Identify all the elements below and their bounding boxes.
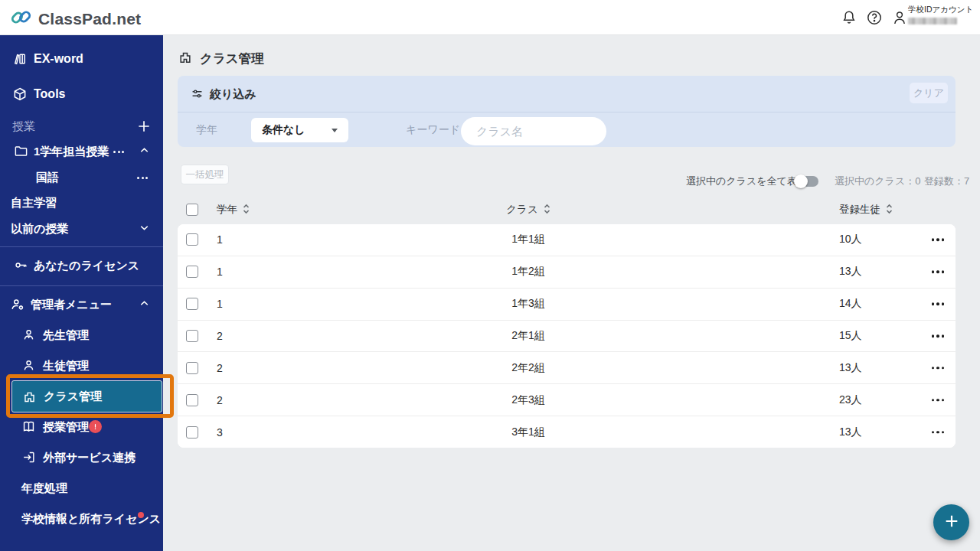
user-icon[interactable] <box>890 8 909 27</box>
sidebar-item-ex-word[interactable]: EX-word <box>0 46 163 72</box>
table-row[interactable]: 2 2年2組 13人 <box>178 352 956 384</box>
student-icon <box>21 358 36 376</box>
sort-icon[interactable] <box>243 204 250 217</box>
sidebar-item-label: あなたのライセンス <box>34 253 139 279</box>
sidebar-divider <box>0 246 163 247</box>
filter-panel: 絞り込み クリア 学年 条件なし キーワード <box>178 76 956 147</box>
classpad-logo[interactable]: ClassPad.net <box>11 7 141 31</box>
row-kebab-menu-icon[interactable] <box>924 367 952 370</box>
row-checkbox[interactable] <box>186 394 198 406</box>
row-kebab-menu-icon[interactable] <box>924 239 952 242</box>
logo-text: ClassPad.net <box>38 10 141 28</box>
sidebar-item-tools[interactable]: Tools <box>0 81 163 107</box>
folder-icon <box>14 144 28 161</box>
filter-sliders-icon <box>190 86 204 104</box>
sidebar-item-year-processing[interactable]: 年度処理 <box>0 475 163 501</box>
cell-students: 15人 <box>839 329 862 343</box>
sidebar-item-label: クラス管理 <box>44 381 102 412</box>
show-selected-toggle[interactable] <box>796 176 818 187</box>
filter-title: 絞り込み <box>210 76 256 112</box>
cell-class: 1年1組 <box>287 233 769 246</box>
row-checkbox[interactable] <box>186 266 198 278</box>
sidebar-item-class-mgmt-selected[interactable]: クラス管理 <box>11 380 162 412</box>
sidebar-item-teacher-mgmt[interactable]: 先生管理 <box>0 322 163 348</box>
sidebar-item-kokugo[interactable]: 国語 <box>0 165 163 191</box>
cell-grade: 2 <box>217 330 223 342</box>
table-header-students[interactable]: 登録生徒 <box>839 197 893 222</box>
row-checkbox[interactable] <box>186 362 198 374</box>
sidebar-item-label: 1学年担当授業 <box>34 139 109 165</box>
select-all-checkbox[interactable] <box>186 204 198 216</box>
class-building-icon <box>178 50 193 68</box>
chevron-down-icon[interactable] <box>138 221 151 237</box>
cell-grade: 1 <box>217 298 223 310</box>
grade-filter-dropdown[interactable]: 条件なし <box>251 118 348 142</box>
account-info[interactable]: 学校IDアカウント <box>908 5 974 24</box>
folder-kebab-menu-icon[interactable] <box>113 144 124 159</box>
sidebar-item-lesson-mgmt[interactable]: 授業管理 <box>0 414 163 440</box>
chevron-up-icon[interactable] <box>138 144 151 160</box>
row-kebab-menu-icon[interactable] <box>924 302 952 305</box>
sidebar-item-external-services[interactable]: 外部サービス連携 <box>0 445 163 471</box>
table-row[interactable]: 2 2年3組 23人 <box>178 384 956 416</box>
notifications-bell-icon[interactable] <box>840 8 858 27</box>
sidebar-item-grade1-folder[interactable]: 1学年担当授業 <box>0 139 163 165</box>
table-row[interactable]: 2 2年1組 15人 <box>178 321 956 353</box>
table-header-class[interactable]: クラス <box>287 197 769 222</box>
table-row[interactable]: 1 1年1組 10人 <box>178 224 956 256</box>
class-building-icon <box>22 390 37 407</box>
registered-count: 登録数：7 <box>924 175 969 187</box>
cell-class: 2年2組 <box>287 361 769 375</box>
cell-class: 1年2組 <box>287 265 769 279</box>
show-selected-toggle-label: 選択中のクラスを全て表示 <box>686 175 807 187</box>
table-row[interactable]: 3 3年1組 13人 <box>178 416 956 448</box>
clear-button[interactable]: クリア <box>910 83 948 103</box>
sidebar-item-label: 授業管理 <box>43 414 89 440</box>
cell-students: 14人 <box>839 297 862 311</box>
sidebar-section-label: 授業 <box>12 113 35 139</box>
admin-person-gear-icon <box>10 297 25 315</box>
cell-class: 3年1組 <box>287 425 769 439</box>
sidebar-item-admin-menu[interactable]: 管理者メニュー <box>0 292 163 318</box>
grade-filter-value: 条件なし <box>262 123 332 137</box>
add-class-fab-button[interactable] <box>933 504 969 540</box>
key-icon <box>14 258 28 276</box>
keyword-search-input[interactable] <box>461 117 606 145</box>
cell-students: 13人 <box>839 361 862 375</box>
table-header-grade[interactable]: 学年 <box>217 197 250 222</box>
sidebar-item-student-mgmt[interactable]: 生徒管理 <box>0 353 163 379</box>
sidebar-item-your-license[interactable]: あなたのライセンス <box>0 253 163 279</box>
toolbox-icon <box>12 86 28 105</box>
sort-icon[interactable] <box>886 204 893 217</box>
sidebar-item-self-study[interactable]: 自主学習 <box>0 190 163 216</box>
row-kebab-menu-icon[interactable] <box>924 271 952 274</box>
sidebar-item-school-info[interactable]: 学校情報と所有ライセンス <box>0 506 163 532</box>
table-row[interactable]: 1 1年3組 14人 <box>178 289 956 321</box>
sort-icon[interactable] <box>544 204 550 217</box>
add-lesson-plus-icon[interactable] <box>136 119 152 137</box>
chevron-up-icon[interactable] <box>138 297 151 313</box>
teacher-icon <box>21 328 36 345</box>
table-row[interactable]: 1 1年2組 13人 <box>178 256 956 289</box>
external-link-icon <box>21 450 36 468</box>
sidebar-item-previous-lessons[interactable]: 以前の授業 <box>0 216 163 242</box>
plus-icon <box>943 513 960 533</box>
kokugo-kebab-menu-icon[interactable] <box>137 170 148 185</box>
help-icon[interactable] <box>865 8 884 27</box>
sidebar-item-label: 生徒管理 <box>43 353 89 379</box>
row-kebab-menu-icon[interactable] <box>924 334 952 337</box>
row-kebab-menu-icon[interactable] <box>924 431 952 434</box>
cell-grade: 1 <box>217 233 223 246</box>
cell-grade: 3 <box>217 426 223 439</box>
row-checkbox[interactable] <box>186 233 198 246</box>
row-checkbox[interactable] <box>186 298 198 310</box>
header-class-label: クラス <box>506 203 537 217</box>
selected-count: 選択中のクラス：0 <box>835 175 920 187</box>
row-kebab-menu-icon[interactable] <box>924 399 952 402</box>
row-checkbox[interactable] <box>186 426 198 439</box>
row-checkbox[interactable] <box>186 330 198 342</box>
batch-process-button[interactable]: 一括処理 <box>181 165 229 184</box>
cell-class: 1年3組 <box>287 297 769 311</box>
sidebar-item-label: 管理者メニュー <box>31 292 112 318</box>
sidebar-item-label: 年度処理 <box>21 475 67 501</box>
